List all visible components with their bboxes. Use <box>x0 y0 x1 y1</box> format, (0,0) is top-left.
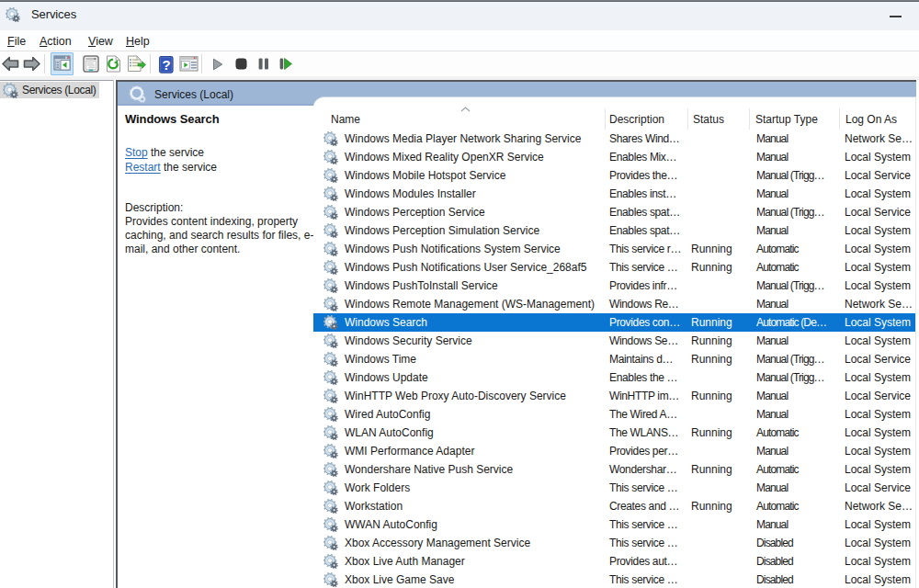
svg-text:?: ? <box>162 57 170 73</box>
